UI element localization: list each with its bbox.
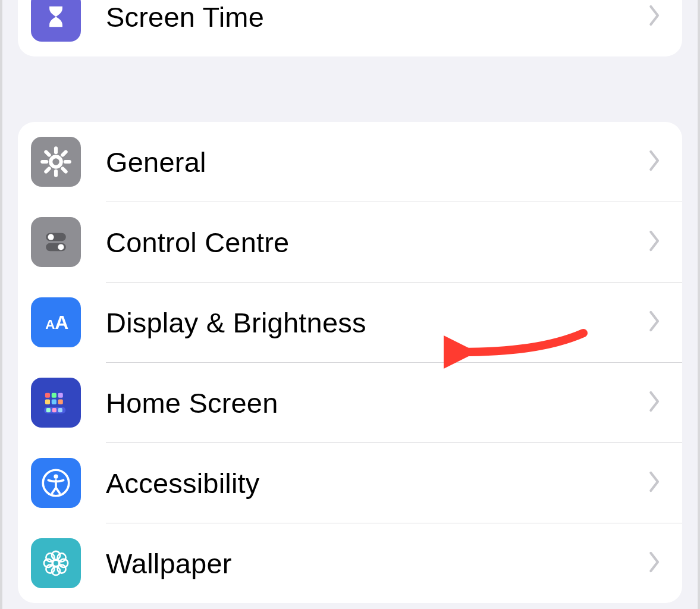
svg-rect-23	[52, 408, 56, 412]
svg-point-27	[53, 560, 59, 567]
row-screen-time[interactable]: Screen Time	[18, 0, 682, 56]
settings-viewport: Screen Time	[0, 0, 700, 609]
svg-text:A: A	[55, 312, 68, 333]
svg-rect-19	[52, 400, 56, 404]
svg-rect-20	[58, 400, 63, 404]
chevron-right-icon	[649, 550, 661, 576]
svg-point-26	[54, 475, 58, 479]
svg-rect-15	[45, 393, 50, 398]
row-accessibility[interactable]: Accessibility	[18, 443, 682, 523]
svg-text:A: A	[45, 317, 55, 332]
chevron-right-icon	[649, 229, 661, 255]
row-label: Accessibility	[106, 467, 649, 500]
hourglass-icon	[31, 0, 81, 42]
wallpaper-icon	[31, 538, 81, 588]
row-label: Home Screen	[106, 387, 649, 419]
svg-line-7	[46, 168, 49, 171]
svg-line-8	[62, 152, 65, 155]
svg-line-5	[46, 152, 49, 155]
chevron-right-icon	[649, 390, 661, 416]
row-home-screen[interactable]: Home Screen	[18, 363, 682, 442]
chevron-right-icon	[649, 149, 661, 175]
svg-rect-24	[58, 408, 62, 412]
home-screen-icon	[31, 378, 81, 428]
toggles-icon	[31, 217, 81, 267]
svg-line-6	[62, 168, 65, 171]
gear-icon	[31, 137, 81, 187]
row-label: Display & Brightness	[106, 306, 649, 339]
settings-group-1: Screen Time	[18, 0, 682, 56]
svg-point-10	[48, 234, 54, 240]
svg-point-0	[51, 156, 61, 167]
svg-rect-17	[58, 393, 63, 398]
settings-group-2: General Control Centre	[18, 122, 682, 603]
chevron-right-icon	[649, 4, 661, 30]
row-label: Wallpaper	[106, 547, 649, 580]
svg-point-12	[58, 244, 64, 250]
row-control-centre[interactable]: Control Centre	[18, 202, 682, 282]
row-display-brightness[interactable]: A A Display & Brightness	[18, 282, 682, 362]
row-general[interactable]: General	[18, 122, 682, 202]
row-label: Screen Time	[106, 1, 649, 33]
chevron-right-icon	[649, 470, 661, 496]
svg-rect-18	[45, 400, 50, 404]
row-label: General	[106, 146, 649, 178]
accessibility-icon	[31, 458, 81, 508]
row-label: Control Centre	[106, 226, 649, 259]
row-wallpaper[interactable]: Wallpaper	[18, 523, 682, 603]
svg-rect-16	[52, 393, 56, 398]
chevron-right-icon	[649, 309, 661, 335]
text-size-icon: A A	[31, 297, 81, 347]
svg-rect-22	[46, 408, 51, 412]
